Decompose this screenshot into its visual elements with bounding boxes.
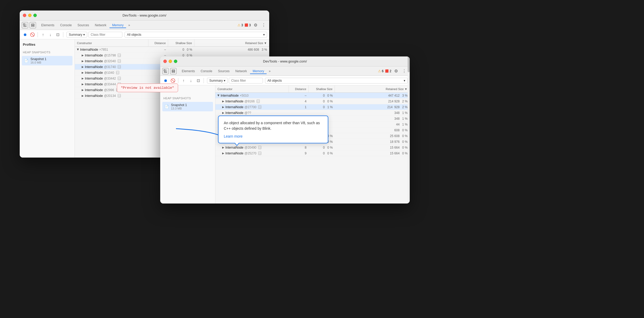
settings-icon-1[interactable]: ⚙ [252,23,259,28]
node-name: InternalNode [225,146,243,149]
expand-arrow[interactable]: ▶ [82,65,84,68]
layers-icon-1[interactable] [30,22,36,28]
upload-btn-1[interactable]: ↑ [40,32,46,38]
stop-btn-1[interactable]: 🚫 [29,32,35,38]
preview-text-1: "Preview is not available" [121,86,174,90]
tab-more-1[interactable]: » [127,22,132,28]
td-distance: 1 [289,104,309,110]
more-options-icon-1[interactable]: ⋮ [260,23,267,28]
table-row[interactable]: ▶ InternalNode @9166 □ 4 0 0 % 214 928 2… [215,98,410,104]
td-shallow: 0 1 % [309,104,335,110]
download-btn-2[interactable]: ↓ [188,77,194,84]
summary-dropdown-1[interactable]: Summary ▾ [66,32,87,38]
clear-btn-1[interactable]: ⊡ [55,32,61,38]
inspect-icon-1[interactable] [22,22,28,28]
class-filter-input-1[interactable] [88,32,122,38]
stop-btn-2[interactable]: 🚫 [170,77,176,84]
td-constructor: ▶ InternalNode @33442 □ [75,76,148,81]
tab-memory-1[interactable]: Memory [110,22,126,28]
node-at: @15798 [104,54,116,57]
td-shallow: 0 0 % [309,150,335,156]
close-button-2[interactable] [163,60,167,63]
clear-btn-2[interactable]: ⊡ [195,77,201,84]
expand-arrow[interactable]: ▶ [77,49,80,51]
svg-rect-7 [164,70,165,71]
td-shallow: 0 0 % [309,98,335,104]
table-row[interactable]: ▶ InternalNode ×7851 – 0 0 % 486 608 3 % [75,47,269,53]
table-row[interactable]: ▶ InternalNode @27700 □ 1 0 1 % 214 928 … [215,104,410,110]
node-name: InternalNode [85,82,103,86]
td-retained: 608 0 % [335,127,410,133]
window-icon: □ [257,100,260,103]
table-row[interactable]: ▶ InternalNode ×5010 – 0 0 % 447 412 3 % [215,93,410,98]
expand-arrow[interactable]: ▶ [82,60,84,62]
snapshot-item-2[interactable]: 📄 Snapshot 1 13.3 MB [162,102,213,111]
tab-network-1[interactable]: Network [92,22,109,28]
close-button-1[interactable] [23,14,26,17]
warning-triangle-2: ⚠ [378,69,381,73]
node-at: @20134 [104,94,116,98]
expand-arrow[interactable]: ▶ [82,88,84,91]
expand-arrow[interactable]: ▶ [222,111,224,114]
expand-arrow[interactable]: ▶ [82,94,84,97]
all-objects-dropdown-2[interactable]: All objects ▾ [265,78,408,84]
settings-icon-2[interactable]: ⚙ [393,69,399,74]
th-shallow-2: Shallow Size [309,85,335,92]
expand-arrow[interactable]: ▶ [82,83,84,86]
warning-badge-2: ⚠ 6 [378,69,384,73]
expand-arrow[interactable]: ▶ [82,71,84,74]
svg-rect-11 [172,70,175,71]
summary-dropdown-2[interactable]: Summary ▾ [207,78,228,84]
record-btn-1[interactable]: ⏺ [22,32,28,38]
tab-sources-2[interactable]: Sources [215,68,232,74]
td-constructor: ▶ InternalNode @31740 □ [75,64,148,70]
tab-elements-2[interactable]: Elements [179,68,198,74]
scroll-thumb-2[interactable] [408,56,410,72]
learn-more-link-2[interactable]: Learn more [224,134,243,138]
node-at: @2996 [104,88,114,92]
th-shallow-1: Shallow Size [168,39,194,46]
download-btn-1[interactable]: ↓ [47,32,54,38]
tab-sources-1[interactable]: Sources [75,22,92,28]
maximize-button-2[interactable] [174,60,177,63]
tab-console-1[interactable]: Console [58,22,74,28]
tab-console-2[interactable]: Console [198,68,215,74]
expand-arrow[interactable]: ▶ [222,152,224,155]
record-btn-2[interactable]: ⏺ [162,77,169,84]
tab-memory-2[interactable]: Memory [250,68,267,74]
inspect-icon-2[interactable] [162,68,169,74]
tab-network-2[interactable]: Network [233,68,250,74]
minimize-button-2[interactable] [169,60,172,63]
scrollbar-2[interactable] [408,56,410,204]
expand-arrow[interactable]: ▶ [217,95,220,97]
warning-triangle-1: ⚠ [237,23,241,27]
svg-rect-12 [172,71,175,72]
expand-arrow[interactable]: ▶ [222,106,224,108]
node-at: @20490 [245,146,257,149]
tab-more-2[interactable]: » [267,68,272,74]
expand-arrow[interactable]: ▶ [222,100,224,103]
table-row[interactable]: ▶ InternalNode @?? 348 1 % [215,110,410,116]
class-filter-input-2[interactable] [229,78,263,84]
expand-arrow[interactable]: ▶ [82,77,84,80]
td-constructor: ▶ InternalNode @15798 □ [75,53,148,58]
all-objects-dropdown-1[interactable]: All objects ▾ [124,32,267,38]
svg-rect-5 [32,25,34,27]
expand-arrow[interactable]: ▶ [222,146,224,149]
layers-icon-2[interactable] [170,68,176,74]
maximize-button-1[interactable] [33,14,37,17]
minimize-button-1[interactable] [28,14,32,17]
td-constructor: ▶ InternalNode @27700 □ [215,104,289,110]
tab-elements-1[interactable]: Elements [39,22,57,28]
snapshot-item-1[interactable]: 📄 Snapshot 1 16.0 MB [22,56,72,65]
window-icon: □ [118,94,121,97]
table-row[interactable]: ▶ InternalNode @25270 □ 9 0 0 % 15 664 0… [215,150,410,156]
summary-label-2: Summary [209,79,223,82]
td-constructor: ▶ InternalNode @25270 □ [215,150,289,156]
table-row[interactable]: ▶ InternalNode @20490 □ 8 0 0 % 15 664 0… [215,145,410,150]
more-options-icon-2[interactable]: ⋮ [401,69,408,74]
node-name: InternalNode [85,94,103,98]
upload-btn-2[interactable]: ↑ [180,77,187,84]
expand-arrow[interactable]: ▶ [82,54,84,57]
all-objects-arrow-1: ▾ [263,33,265,37]
